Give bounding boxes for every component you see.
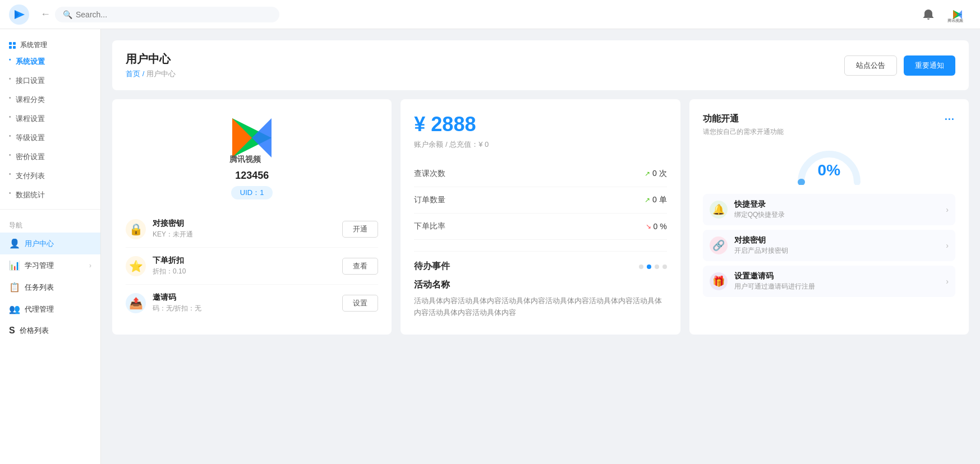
function-list-title-1: 对接密钥 — [734, 235, 946, 245]
profile-username: 123456 — [235, 170, 269, 182]
breadcrumb-home[interactable]: 首页 — [126, 69, 140, 78]
balance-sub: 账户余额 / 总充值：¥ 0 — [414, 140, 666, 150]
function-list-item-connect-key[interactable]: 🔗 对接密钥 开启产品对接密钥 › — [703, 230, 955, 261]
sidebar-item-price-list[interactable]: S 价格列表 — [0, 320, 100, 341]
activity-desc: 活动具体内容活动具体内容活动具体内容活动具体内容活动具体内容活动具体内容活动具体… — [414, 295, 666, 319]
sidebar-nav-label-agent: 代理管理 — [25, 304, 54, 314]
gauge-percent: 0% — [818, 161, 840, 179]
stat-row-2: 下单比率 ↘ 0 % — [414, 214, 666, 240]
sidebar-item-agent-management[interactable]: 👥 代理管理 — [0, 298, 100, 320]
feature-title-invite: 邀请码 — [153, 293, 342, 303]
stat-value-2: ↘ 0 % — [646, 222, 667, 231]
function-header: 功能开通 ⋯ — [703, 113, 955, 125]
sidebar-item-data-stats[interactable]: 数据统计 — [0, 185, 100, 205]
notification-icon[interactable] — [919, 6, 937, 24]
search-icon: 🔍 — [63, 10, 72, 19]
profile-card: 腾讯视频 123456 UID：1 🔒 对接密钥 KEY：未开通 开通 ⭐ — [112, 99, 392, 335]
stat-label-0: 查课次数 — [414, 169, 645, 179]
stat-label-1: 订单数量 — [414, 195, 645, 205]
todo-label: 待办事件 — [414, 261, 450, 272]
trend-down-icon-2: ↘ — [646, 222, 651, 230]
sidebar-item-level-settings[interactable]: 等级设置 — [0, 128, 100, 147]
breadcrumb-separator: / — [142, 69, 146, 78]
sidebar-item-api-settings[interactable]: 接口设置 — [0, 71, 100, 90]
function-list-title-2: 设置邀请码 — [734, 271, 946, 281]
feature-connect-key: 🔒 对接密钥 KEY：未开通 开通 — [126, 211, 378, 248]
sidebar-item-learning-management[interactable]: 📊 学习管理 › — [0, 254, 100, 276]
function-list-item-quick-login[interactable]: 🔔 快捷登录 绑定QQ快捷登录 › — [703, 194, 955, 225]
feature-info-discount: 下单折扣 折扣：0.10 — [153, 256, 342, 276]
stat-label-2: 下单比率 — [414, 221, 645, 231]
sidebar-item-task-list[interactable]: 📋 任务列表 — [0, 276, 100, 298]
sidebar-item-price-settings[interactable]: 密价设置 — [0, 147, 100, 166]
invite-code-button[interactable]: 设置 — [342, 295, 378, 312]
svg-text:腾讯视频: 腾讯视频 — [229, 155, 261, 163]
sidebar-nav-label-price: 价格列表 — [20, 326, 49, 336]
arrow-right-icon-1: › — [946, 241, 949, 250]
profile-uid: UID：1 — [231, 186, 273, 199]
function-list-title-0: 快捷登录 — [734, 199, 946, 210]
todo-header: 待办事件 — [414, 261, 666, 272]
sidebar-item-system-settings[interactable]: 系统设置 — [0, 52, 100, 71]
grid-icon — [9, 42, 17, 49]
stat-row-0: 查课次数 ↗ 0 次 — [414, 161, 666, 187]
feature-info-invite: 邀请码 码：无/折扣：无 — [153, 293, 342, 313]
function-list-sub-0: 绑定QQ快捷登录 — [734, 210, 946, 220]
activity-title: 活动名称 — [414, 279, 666, 291]
sidebar-nav-label-task: 任务列表 — [25, 282, 54, 293]
topbar: ← 🔍 腾讯视频 — [0, 0, 980, 29]
stats-card: ¥ 2888 账户余额 / 总充值：¥ 0 查课次数 ↗ 0 次 订单数量 ↗ … — [401, 99, 680, 335]
function-list-info-0: 快捷登录 绑定QQ快捷登录 — [734, 199, 946, 220]
todo-dots — [639, 265, 667, 269]
important-notice-button[interactable]: 重要通知 — [904, 55, 955, 76]
topbar-right: 腾讯视频 — [919, 6, 971, 24]
gauge-chart: 0% — [703, 146, 955, 185]
sidebar-item-user-center[interactable]: 👤 用户中心 — [0, 233, 100, 254]
arrow-right-icon-0: › — [946, 205, 949, 214]
back-button[interactable]: ← — [40, 8, 50, 20]
nav-section-label: 导航 — [0, 214, 100, 233]
function-card: 功能开通 ⋯ 请您按自己的需求开通功能 0% — [689, 99, 969, 335]
lock-icon: 🔒 — [126, 219, 146, 239]
svg-marker-10 — [252, 118, 272, 157]
page-header-left: 用户中心 首页 / 用户中心 — [126, 52, 176, 79]
breadcrumb-current: 用户中心 — [146, 69, 176, 78]
learning-icon: 📊 — [9, 260, 20, 271]
profile-logo: 腾讯视频 — [224, 113, 280, 163]
main-layout: 系统管理 系统设置 接口设置 课程分类 课程设置 等级设置 密价设置 支付列表 … — [0, 29, 980, 464]
feature-title-connect-key: 对接密钥 — [153, 219, 342, 229]
stat-value-0: ↗ 0 次 — [645, 169, 667, 179]
dot-3 — [662, 265, 667, 269]
chevron-right-icon: › — [89, 262, 91, 270]
function-list-info-1: 对接密钥 开启产品对接密钥 — [734, 235, 946, 256]
stat-row-1: 订单数量 ↗ 0 单 — [414, 187, 666, 214]
function-sub: 请您按自己的需求开通功能 — [703, 127, 955, 137]
search-bar[interactable]: 🔍 — [55, 7, 279, 22]
task-icon: 📋 — [9, 282, 20, 293]
dot-2 — [655, 265, 659, 269]
function-list-sub-2: 用户可通过邀请码进行注册 — [734, 282, 946, 291]
sidebar-item-course-category[interactable]: 课程分类 — [0, 90, 100, 109]
function-list-item-invite-code[interactable]: 🎁 设置邀请码 用户可通过邀请码进行注册 › — [703, 266, 955, 297]
feature-sub-connect-key: KEY：未开通 — [153, 230, 342, 239]
function-list-sub-1: 开启产品对接密钥 — [734, 246, 946, 256]
function-title: 功能开通 — [703, 113, 739, 125]
connect-key-button[interactable]: 开通 — [342, 221, 378, 238]
discount-button[interactable]: 查看 — [342, 258, 378, 275]
link-icon: 🔗 — [710, 236, 728, 254]
trend-up-icon-0: ↗ — [645, 170, 650, 178]
feature-invite-code: 📤 邀请码 码：无/折扣：无 设置 — [126, 285, 378, 321]
star-icon: ⭐ — [126, 256, 146, 276]
search-input[interactable] — [76, 10, 272, 19]
feature-sub-discount: 折扣：0.10 — [153, 267, 342, 276]
dot-0 — [639, 265, 643, 269]
feature-sub-invite: 码：无/折扣：无 — [153, 304, 342, 313]
price-icon: S — [9, 326, 15, 336]
announcement-button[interactable]: 站点公告 — [844, 55, 897, 76]
sidebar-item-payment-list[interactable]: 支付列表 — [0, 166, 100, 185]
page-header: 用户中心 首页 / 用户中心 站点公告 重要通知 — [112, 40, 969, 90]
sidebar-item-course-settings[interactable]: 课程设置 — [0, 109, 100, 128]
content-area: 用户中心 首页 / 用户中心 站点公告 重要通知 — [101, 29, 980, 464]
trend-up-icon-1: ↗ — [645, 196, 650, 204]
arrow-right-icon-2: › — [946, 277, 949, 286]
